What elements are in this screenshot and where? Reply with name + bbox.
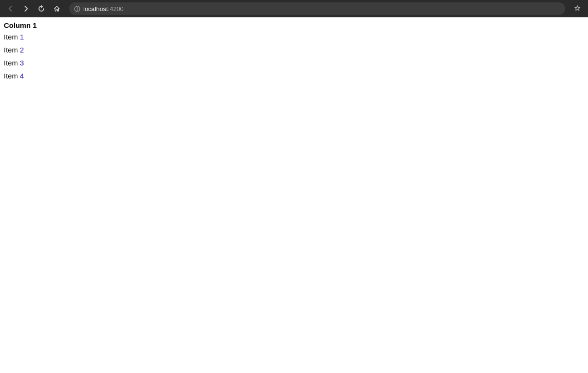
address-bar[interactable]: localhost:4200 <box>69 2 565 15</box>
url-port: :4200 <box>108 5 124 13</box>
item-number: 2 <box>20 46 24 54</box>
url-host: localhost <box>83 5 108 13</box>
page-content: Column 1 Item 1Item 2Item 3Item 4 <box>0 17 588 86</box>
bookmark-button[interactable] <box>571 2 584 15</box>
list-item[interactable]: Item 2 <box>4 43 584 56</box>
back-button[interactable] <box>4 2 17 15</box>
item-number: 1 <box>20 33 24 41</box>
info-icon <box>74 6 80 12</box>
browser-toolbar: localhost:4200 <box>0 0 588 17</box>
item-label: Item <box>4 33 20 41</box>
reload-button[interactable] <box>35 2 48 15</box>
forward-button[interactable] <box>19 2 33 15</box>
item-number: 3 <box>20 59 24 67</box>
list-item[interactable]: Item 1 <box>4 30 584 43</box>
items-list: Item 1Item 2Item 3Item 4 <box>4 30 584 82</box>
address-text: localhost:4200 <box>83 5 124 13</box>
list-item[interactable]: Item 3 <box>4 56 584 69</box>
list-item[interactable]: Item 4 <box>4 69 584 82</box>
home-button[interactable] <box>50 2 64 15</box>
item-label: Item <box>4 46 20 54</box>
item-number: 4 <box>20 72 24 80</box>
svg-point-2 <box>77 7 77 8</box>
item-label: Item <box>4 72 20 80</box>
item-label: Item <box>4 59 20 67</box>
column-heading: Column 1 <box>4 21 584 29</box>
